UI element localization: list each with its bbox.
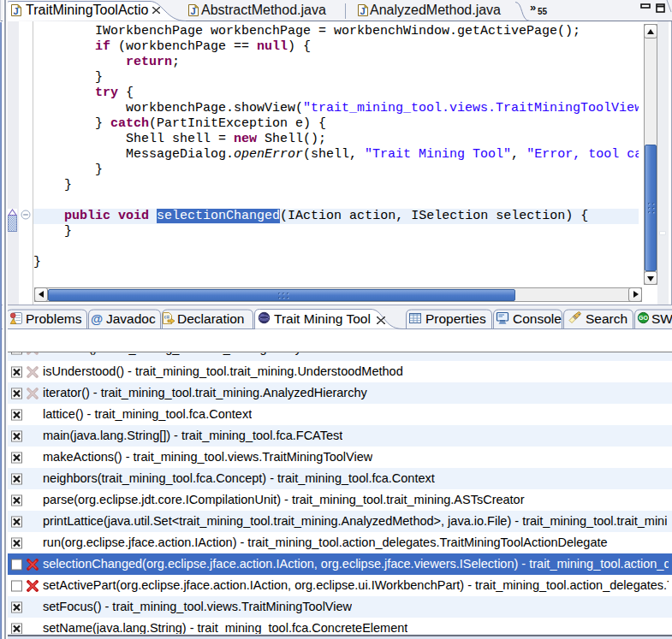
svg-text:Properties: Properties <box>425 311 486 326</box>
svg-text:Declaration: Declaration <box>177 311 244 326</box>
svg-text:Javadoc: Javadoc <box>106 311 156 326</box>
svg-text:AnalyzedMethod.java: AnalyzedMethod.java <box>370 3 501 17</box>
svg-text:Console: Console <box>513 311 562 326</box>
svg-text:SW: SW <box>651 311 672 326</box>
svg-text:55: 55 <box>538 7 548 16</box>
svg-text:GO: GO <box>639 315 648 321</box>
svg-text:AbstractMethod.java: AbstractMethod.java <box>201 3 326 17</box>
svg-text:Search: Search <box>586 311 627 326</box>
svg-text:Trait Mining Tool: Trait Mining Tool <box>274 311 371 326</box>
svg-text:»: » <box>530 1 536 14</box>
svg-text:Problems: Problems <box>26 311 82 326</box>
svg-text:@: @ <box>91 312 103 326</box>
svg-text:TraitMiningToolActio: TraitMiningToolActio <box>26 3 149 17</box>
